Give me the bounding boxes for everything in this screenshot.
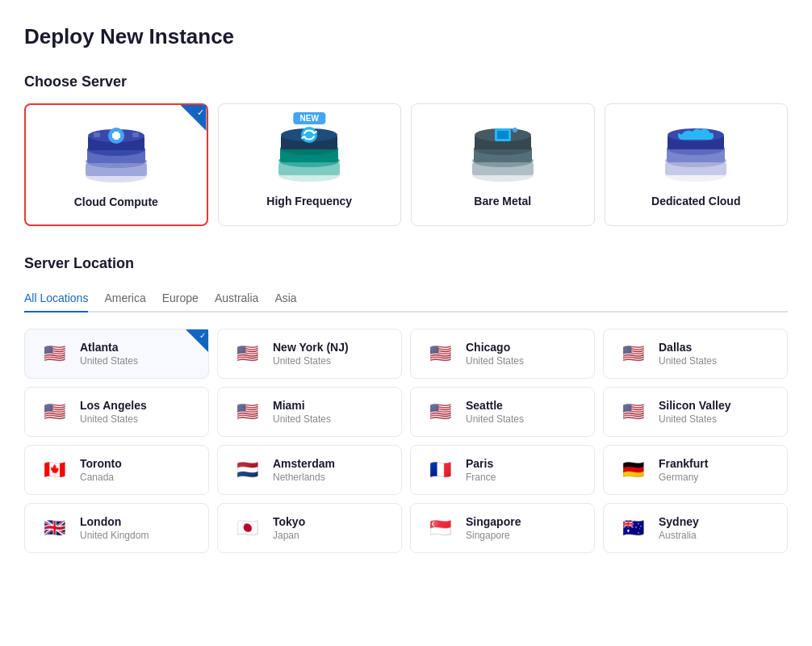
location-card-dallas[interactable]: 🇺🇸DallasUnited States [603, 329, 788, 379]
high-frequency-label: High Frequency [232, 195, 388, 208]
location-country-paris: France [466, 472, 496, 483]
tab-europe[interactable]: Europe [162, 285, 199, 313]
location-card-singapore[interactable]: 🇸🇬SingaporeSingapore [410, 503, 595, 553]
flag-new-york: 🇺🇸 [231, 342, 263, 365]
tab-australia[interactable]: Australia [215, 285, 258, 313]
location-city-singapore: Singapore [466, 515, 521, 528]
flag-silicon-valley: 🇺🇸 [617, 401, 649, 423]
location-card-paris[interactable]: 🇫🇷ParisFrance [410, 445, 595, 495]
location-card-frankfurt[interactable]: 🇩🇪FrankfurtGermany [603, 445, 788, 495]
location-country-london: United Kingdom [80, 530, 149, 541]
location-country-toronto: Canada [80, 472, 122, 483]
server-type-high-frequency[interactable]: NEW High Frequency [218, 103, 402, 226]
location-info-new-york: New York (NJ)United States [273, 341, 349, 367]
location-city-los-angeles: Los Angeles [80, 399, 147, 412]
flag-singapore: 🇸🇬 [424, 517, 456, 539]
flag-los-angeles: 🇺🇸 [38, 401, 70, 423]
location-info-tokyo: TokyoJapan [273, 515, 305, 541]
location-card-new-york[interactable]: 🇺🇸New York (NJ)United States [217, 329, 402, 379]
tab-america[interactable]: America [104, 285, 145, 313]
flag-atlanta: 🇺🇸 [38, 342, 70, 365]
dedicated-cloud-icon [655, 120, 736, 185]
location-info-silicon-valley: Silicon ValleyUnited States [659, 399, 731, 425]
location-country-singapore: Singapore [466, 530, 521, 541]
page-title: Deploy New Instance [24, 24, 788, 49]
server-types-grid: Cloud Compute NEW High Frequency [24, 103, 788, 226]
flag-dallas: 🇺🇸 [617, 342, 649, 365]
flag-tokyo: 🇯🇵 [231, 517, 263, 539]
location-city-miami: Miami [273, 399, 331, 412]
location-country-miami: United States [273, 413, 331, 425]
location-section-heading: Server Location [24, 255, 788, 272]
svg-point-19 [301, 127, 317, 143]
location-grid: 🇺🇸AtlantaUnited States🇺🇸New York (NJ)Uni… [24, 329, 788, 553]
location-selected-check [186, 329, 208, 352]
location-country-amsterdam: Netherlands [273, 472, 335, 483]
high-frequency-icon [269, 120, 349, 185]
cloud-compute-icon [76, 121, 157, 186]
location-info-paris: ParisFrance [466, 457, 496, 483]
location-card-atlanta[interactable]: 🇺🇸AtlantaUnited States [24, 329, 209, 379]
svg-rect-28 [497, 131, 509, 139]
server-type-bare-metal[interactable]: Bare Metal [411, 103, 595, 226]
location-country-sydney: Australia [659, 530, 699, 541]
cloud-compute-label: Cloud Compute [39, 195, 194, 208]
flag-sydney: 🇦🇺 [617, 517, 649, 539]
flag-paris: 🇫🇷 [424, 459, 456, 481]
location-card-miami[interactable]: 🇺🇸MiamiUnited States [217, 387, 402, 437]
location-country-los-angeles: United States [80, 413, 147, 425]
location-card-silicon-valley[interactable]: 🇺🇸Silicon ValleyUnited States [603, 387, 788, 437]
server-type-cloud-compute[interactable]: Cloud Compute [24, 103, 208, 226]
location-city-new-york: New York (NJ) [273, 341, 349, 354]
location-card-chicago[interactable]: 🇺🇸ChicagoUnited States [410, 329, 595, 379]
location-card-sydney[interactable]: 🇦🇺SydneyAustralia [603, 503, 788, 553]
flag-chicago: 🇺🇸 [424, 342, 456, 365]
location-country-seattle: United States [466, 413, 524, 425]
location-info-amsterdam: AmsterdamNetherlands [273, 457, 335, 483]
location-city-toronto: Toronto [80, 457, 122, 470]
svg-rect-11 [132, 132, 139, 137]
location-info-singapore: SingaporeSingapore [466, 515, 521, 541]
tab-asia[interactable]: Asia [274, 285, 296, 313]
location-info-toronto: TorontoCanada [80, 457, 122, 483]
location-country-tokyo: Japan [273, 530, 305, 541]
location-city-dallas: Dallas [659, 341, 717, 354]
flag-seattle: 🇺🇸 [424, 401, 456, 423]
location-info-sydney: SydneyAustralia [659, 515, 699, 541]
location-country-chicago: United States [466, 355, 524, 367]
location-card-toronto[interactable]: 🇨🇦TorontoCanada [24, 445, 209, 495]
location-city-chicago: Chicago [466, 341, 524, 354]
new-badge: NEW [294, 112, 325, 124]
location-card-london[interactable]: 🇬🇧LondonUnited Kingdom [24, 503, 209, 553]
location-country-frankfurt: Germany [659, 472, 708, 483]
flag-miami: 🇺🇸 [231, 401, 263, 423]
flag-frankfurt: 🇩🇪 [617, 459, 649, 481]
location-card-seattle[interactable]: 🇺🇸SeattleUnited States [410, 387, 595, 437]
location-info-seattle: SeattleUnited States [466, 399, 524, 425]
selected-check-badge [181, 105, 207, 131]
location-info-dallas: DallasUnited States [659, 341, 717, 367]
location-info-los-angeles: Los AngelesUnited States [80, 399, 147, 425]
server-type-dedicated-cloud[interactable]: Dedicated Cloud [605, 103, 789, 226]
tab-all-locations[interactable]: All Locations [24, 285, 88, 313]
location-city-frankfurt: Frankfurt [659, 457, 708, 470]
location-city-sydney: Sydney [659, 515, 699, 528]
location-card-los-angeles[interactable]: 🇺🇸Los AngelesUnited States [24, 387, 209, 437]
location-card-tokyo[interactable]: 🇯🇵TokyoJapan [217, 503, 402, 553]
bare-metal-icon [463, 120, 543, 185]
location-tabs: All Locations America Europe Australia A… [24, 285, 788, 313]
location-city-amsterdam: Amsterdam [273, 457, 335, 470]
location-country-dallas: United States [659, 355, 717, 367]
location-info-chicago: ChicagoUnited States [466, 341, 524, 367]
svg-rect-10 [94, 132, 100, 137]
location-country-silicon-valley: United States [659, 413, 731, 425]
svg-rect-9 [112, 133, 120, 138]
location-city-paris: Paris [466, 457, 496, 470]
location-info-frankfurt: FrankfurtGermany [659, 457, 708, 483]
location-card-amsterdam[interactable]: 🇳🇱AmsterdamNetherlands [217, 445, 402, 495]
flag-london: 🇬🇧 [38, 517, 70, 539]
location-city-london: London [80, 515, 149, 528]
dedicated-cloud-label: Dedicated Cloud [618, 195, 775, 208]
location-city-silicon-valley: Silicon Valley [659, 399, 731, 412]
svg-point-29 [513, 128, 517, 132]
